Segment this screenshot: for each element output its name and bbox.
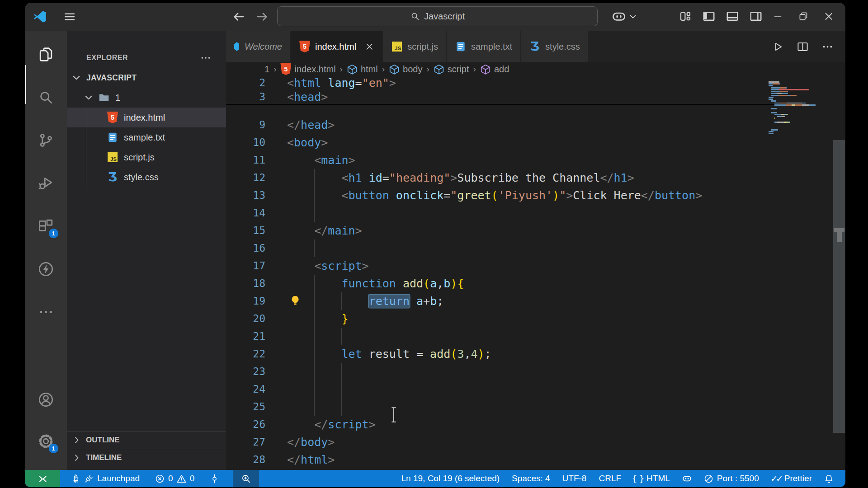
- run-debug-icon: [38, 175, 54, 192]
- status-encoding[interactable]: UTF-8: [562, 470, 587, 487]
- status-notifications[interactable]: [824, 470, 834, 487]
- circle-slash-icon: [704, 474, 713, 483]
- line-number: 22: [226, 345, 287, 363]
- chevron-right-icon: [72, 453, 81, 462]
- customize-layout-button[interactable]: [679, 9, 692, 23]
- status-indentation[interactable]: Spaces: 4: [512, 470, 550, 487]
- activity-item-accounts[interactable]: [35, 389, 57, 410]
- tree-item-script.js[interactable]: JSscript.js: [67, 147, 226, 167]
- line-content: function add(a,b){: [287, 275, 845, 292]
- line-content: [287, 239, 845, 257]
- line-content: </body>: [287, 433, 845, 451]
- minimap-row: [769, 123, 830, 125]
- indent-guide-icon: [314, 363, 315, 380]
- close-icon[interactable]: [364, 42, 374, 52]
- line-content: [287, 398, 845, 416]
- status-launchpad[interactable]: Launchpad: [66, 470, 144, 487]
- activity-item-search[interactable]: [35, 86, 57, 108]
- title-bar: Javascript: [25, 3, 845, 31]
- tab-sample.txt[interactable]: sample.txt: [447, 31, 521, 62]
- tab-label: sample.txt: [471, 42, 512, 52]
- tab-Welcome[interactable]: Welcome: [226, 31, 291, 62]
- thunder-icon: [38, 261, 54, 277]
- breadcrumb-separator: ›: [340, 64, 343, 74]
- copilot-menu-button[interactable]: [612, 9, 637, 24]
- indent-guide-icon: [314, 239, 315, 257]
- indent-guide-icon: [314, 292, 315, 310]
- activity-item-source-control[interactable]: [35, 129, 57, 151]
- minimap-row: [769, 133, 830, 134]
- breadcrumb-item-1[interactable]: 1: [264, 64, 269, 75]
- status-prettier[interactable]: ✓✓Prettier: [771, 470, 812, 487]
- status-text: Launchpad: [97, 474, 140, 483]
- command-center-search[interactable]: Javascript: [277, 6, 598, 26]
- tree-item-index.html[interactable]: 5index.html: [67, 108, 226, 127]
- tab-script.js[interactable]: JSscript.js: [383, 31, 447, 62]
- toggle-panel-button[interactable]: [726, 9, 739, 23]
- run-button[interactable]: [772, 41, 784, 53]
- breadcrumb-item-body[interactable]: body: [389, 64, 422, 75]
- menu-icon[interactable]: [63, 10, 76, 23]
- activity-item-settings[interactable]: 1: [35, 430, 57, 452]
- status-problems[interactable]: 00: [151, 470, 199, 487]
- indent-guide-icon: [314, 345, 315, 363]
- minimap-row: [774, 122, 830, 123]
- line-content: </head>: [287, 116, 845, 134]
- status-live-server-port[interactable]: Port : 5500: [704, 470, 759, 487]
- status-eol[interactable]: CRLF: [599, 470, 621, 487]
- tree-item-style.css[interactable]: Ʒstyle.css: [67, 167, 226, 187]
- status-text: 0: [190, 474, 195, 483]
- status-text: HTML: [646, 474, 670, 483]
- breadcrumb-item-index.html[interactable]: 5index.html: [280, 64, 335, 75]
- activity-item-more[interactable]: [35, 301, 57, 323]
- breadcrumb-item-html[interactable]: html: [347, 64, 378, 75]
- activity-item-thunder-client[interactable]: [35, 258, 57, 280]
- tree-item-sample.txt[interactable]: sample.txt: [67, 127, 226, 147]
- activity-item-extensions[interactable]: 1: [35, 215, 57, 237]
- outline-section[interactable]: OUTLINE: [67, 431, 226, 449]
- scrollbar-thumb[interactable]: [833, 140, 845, 433]
- minimap-row: [774, 104, 830, 106]
- minimap[interactable]: [769, 81, 830, 135]
- rocket-icon: [71, 474, 80, 483]
- status-cursor-position[interactable]: Ln 19, Col 19 (6 selected): [401, 470, 500, 487]
- split-editor-button[interactable]: [797, 41, 809, 53]
- lightbulb-icon[interactable]: [289, 295, 302, 307]
- txt-icon: [455, 41, 467, 52]
- forward-button[interactable]: [255, 10, 269, 23]
- more-actions-icon[interactable]: [200, 52, 212, 64]
- tree-root-label: JAVASCRIPT: [86, 73, 137, 83]
- activity-item-explorer[interactable]: [35, 43, 57, 65]
- double-check-icon: ✓✓: [771, 474, 781, 483]
- tab-index.html[interactable]: 5index.html: [291, 31, 383, 62]
- status-port-indicator[interactable]: [205, 470, 224, 487]
- line-content: <script>: [287, 257, 845, 275]
- toggle-sidebar-right-button[interactable]: [749, 9, 763, 23]
- tree-root-javascript[interactable]: JAVASCRIPT: [67, 68, 226, 88]
- timeline-section[interactable]: TIMELINE: [67, 449, 226, 466]
- code-line-22: 22 let result = add(3,4);: [226, 345, 845, 363]
- status-remote[interactable]: [25, 470, 60, 487]
- back-button[interactable]: [232, 10, 245, 23]
- minimize-button[interactable]: [771, 8, 785, 24]
- toggle-sidebar-left-button[interactable]: [702, 9, 716, 23]
- pin-icon: [210, 474, 219, 483]
- status-zoom-indicator[interactable]: [233, 470, 259, 487]
- tree-folder-1[interactable]: 1: [67, 88, 226, 108]
- activity-item-run-debug[interactable]: [35, 172, 57, 194]
- status-copilot-status[interactable]: [682, 470, 692, 487]
- breadcrumb-item-script[interactable]: script: [434, 64, 469, 75]
- code-editor[interactable]: 2<html lang="en">3<head> 9</head>10<body…: [226, 76, 845, 470]
- js-icon: JS: [107, 151, 118, 163]
- folder-icon: [98, 92, 110, 103]
- close-button[interactable]: [821, 8, 836, 24]
- breadcrumb-label: index.html: [294, 64, 335, 75]
- restore-button[interactable]: [796, 8, 811, 24]
- status-language-mode[interactable]: { }HTML: [633, 470, 670, 487]
- minimap-row: [771, 129, 830, 131]
- status-text: CRLF: [599, 474, 621, 483]
- more-actions-button[interactable]: [821, 41, 834, 53]
- breadcrumb-item-add[interactable]: add: [480, 64, 509, 75]
- vertical-scrollbar: [833, 31, 845, 470]
- tab-style.css[interactable]: Ʒstyle.css: [521, 31, 589, 62]
